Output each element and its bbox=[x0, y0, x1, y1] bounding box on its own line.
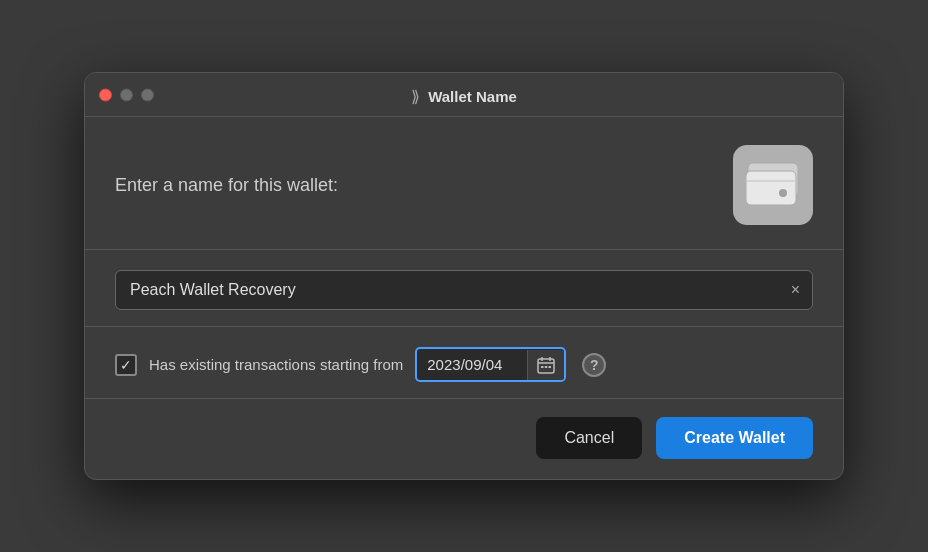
titlebar-title: Wallet Name bbox=[428, 88, 517, 105]
help-icon[interactable]: ? bbox=[582, 353, 606, 377]
create-wallet-button[interactable]: Create Wallet bbox=[656, 417, 813, 459]
form-section: ✓ Has existing transactions starting fro… bbox=[85, 327, 843, 399]
svg-rect-10 bbox=[549, 366, 552, 368]
titlebar-content: ⟫ Wallet Name bbox=[411, 87, 517, 106]
titlebar: ⟫ Wallet Name bbox=[85, 73, 843, 117]
svg-rect-9 bbox=[545, 366, 548, 368]
button-bar: Cancel Create Wallet bbox=[85, 399, 843, 479]
clear-input-button[interactable]: × bbox=[779, 273, 812, 307]
traffic-lights bbox=[99, 88, 154, 101]
date-input[interactable] bbox=[417, 349, 527, 380]
wallet-name-input[interactable] bbox=[116, 271, 779, 309]
calendar-icon bbox=[537, 356, 555, 374]
wallet-label: Enter a name for this wallet: bbox=[115, 175, 338, 196]
close-button[interactable] bbox=[99, 88, 112, 101]
top-section: Enter a name for this wallet: bbox=[85, 117, 843, 250]
minimize-button[interactable] bbox=[120, 88, 133, 101]
transaction-label: Has existing transactions starting from bbox=[149, 356, 403, 373]
transaction-row: ✓ Has existing transactions starting fro… bbox=[115, 347, 813, 382]
calendar-button[interactable] bbox=[527, 350, 564, 380]
svg-rect-8 bbox=[541, 366, 544, 368]
existing-transactions-checkbox[interactable]: ✓ bbox=[115, 354, 137, 376]
name-input-row: × bbox=[115, 270, 813, 310]
maximize-button[interactable] bbox=[141, 88, 154, 101]
middle-section: × bbox=[85, 250, 843, 327]
titlebar-icon: ⟫ bbox=[411, 87, 420, 106]
wallet-name-dialog: ⟫ Wallet Name Enter a name for this wall… bbox=[84, 72, 844, 480]
svg-point-2 bbox=[779, 189, 787, 197]
svg-rect-1 bbox=[746, 171, 796, 205]
wallet-icon-container bbox=[733, 145, 813, 225]
date-input-wrapper bbox=[415, 347, 566, 382]
wallet-icon bbox=[746, 161, 800, 209]
cancel-button[interactable]: Cancel bbox=[536, 417, 642, 459]
checkbox-check-icon: ✓ bbox=[120, 358, 132, 372]
